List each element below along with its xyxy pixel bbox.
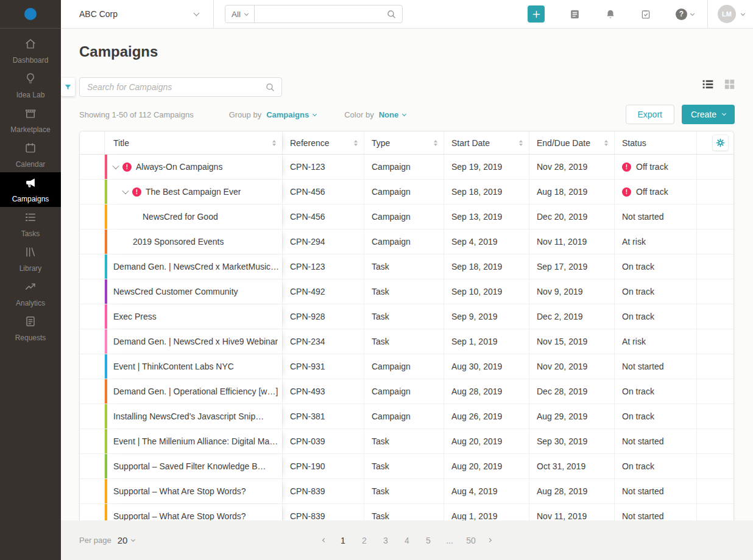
row-reference: CPN-839 [282, 504, 364, 520]
table-row[interactable]: 2019 Sponsored Events CPN-294 Campaign S… [80, 229, 734, 254]
sidebar-item-campaigns[interactable]: Campaigns [0, 172, 61, 207]
create-plus-button[interactable] [528, 5, 545, 23]
collapse-chevron-icon[interactable] [112, 163, 119, 169]
chevron-down-icon [722, 111, 726, 116]
calendar-icon [24, 141, 37, 156]
table-row[interactable]: Supportal – What Are Stop Words? CPN-839… [80, 504, 734, 520]
row-title: Demand Gen. | NewsCred x MarketMusic… [113, 262, 279, 271]
table-row[interactable]: Demand Gen. | Operational Efficiency [w…… [80, 379, 734, 404]
sidebar-item-label: Requests [15, 334, 46, 342]
table-row[interactable]: Supportal – What Are Stop Words? CPN-839… [80, 479, 734, 504]
org-selector[interactable]: ABC Corp [79, 9, 199, 19]
sidebar-item-analytics[interactable]: Analytics [0, 276, 61, 311]
table-row[interactable]: Exec Press CPN-928 Task Sep 9, 2019 Dec … [80, 304, 734, 329]
column-settings-button[interactable] [712, 135, 729, 151]
page-button[interactable]: 2 [358, 533, 371, 548]
chevron-down-icon [194, 10, 200, 16]
per-page-label: Per page [79, 536, 111, 545]
column-header-type[interactable]: Type [364, 131, 444, 154]
table-row[interactable]: Demand Gen. | NewsCred x MarketMusic… CP… [80, 254, 734, 279]
sidebar-item-dashboard[interactable]: Dashboard [0, 33, 61, 68]
column-header-title[interactable]: Title [107, 131, 282, 154]
create-button[interactable]: Create [682, 105, 735, 124]
per-page-select[interactable]: 20 [118, 535, 135, 545]
list-view-button[interactable] [702, 79, 714, 89]
sidebar-item-library[interactable]: Library [0, 242, 61, 276]
user-menu[interactable]: LM [718, 5, 744, 23]
page-button[interactable]: 4 [400, 533, 414, 548]
search-icon [386, 9, 397, 19]
grid-view-button[interactable] [724, 79, 735, 89]
page-button[interactable]: 5 [422, 533, 435, 548]
checklist-icon [24, 211, 37, 226]
sort-arrows-icon [272, 140, 276, 146]
table-row[interactable]: Always-On Campaigns CPN-123 Campaign Sep… [80, 155, 734, 180]
row-reference: CPN-839 [282, 479, 364, 503]
table-row[interactable]: NewsCred Customer Community CPN-492 Task… [80, 279, 734, 304]
column-header-end[interactable]: End/Due Date [529, 131, 614, 154]
row-type: Campaign [364, 404, 444, 429]
row-title: Supportal – What Are Stop Words? [113, 511, 246, 520]
row-type: Task [364, 279, 444, 304]
search-scope-select[interactable]: All [225, 5, 255, 23]
group-by-label: Group by [229, 110, 261, 119]
table-row[interactable]: Demand Gen. | NewsCred x Hive9 Webinar C… [80, 329, 734, 354]
row-title: Always-On Campaigns [136, 162, 222, 172]
row-start-date: Aug 1, 2019 [444, 504, 529, 520]
column-header-start[interactable]: Start Date [444, 131, 529, 154]
row-end-date: Sep 17, 2019 [529, 254, 614, 279]
table-row[interactable]: Supportal – Saved Filter Knowledge B… CP… [80, 454, 734, 479]
column-header-ref[interactable]: Reference [282, 131, 364, 154]
sidebar-item-calendar[interactable]: Calendar [0, 138, 61, 172]
row-type: Task [364, 479, 444, 503]
app-logo[interactable] [0, 0, 61, 29]
color-by-select[interactable]: None [379, 110, 406, 119]
previous-page-button[interactable] [320, 539, 328, 542]
row-end-date: Aug 28, 2019 [529, 479, 614, 503]
row-type: Task [364, 454, 444, 478]
column-header-label: Start Date [451, 138, 490, 148]
global-search-input[interactable] [255, 5, 386, 23]
filter-button[interactable] [61, 78, 75, 96]
page-button[interactable]: ... [443, 533, 456, 548]
column-header-status[interactable]: Status [614, 131, 696, 154]
topbar-actions: ? LM [528, 0, 744, 29]
notifications-button[interactable] [605, 9, 616, 20]
app-window: Dashboard Idea Lab Marketplace Calendar … [0, 0, 753, 560]
table-row[interactable]: NewsCred for Good CPN-456 Campaign Sep 1… [80, 205, 734, 229]
help-menu-button[interactable]: ? [676, 9, 694, 20]
group-by-select[interactable]: Campaigns [266, 110, 316, 119]
sidebar-item-idea-lab[interactable]: Idea Lab [0, 68, 61, 103]
table-body: Always-On Campaigns CPN-123 Campaign Sep… [80, 155, 734, 520]
page-button[interactable]: 1 [336, 533, 350, 548]
row-status: Not started [622, 362, 663, 371]
sidebar-item-tasks[interactable]: Tasks [0, 207, 61, 242]
row-type: Task [364, 504, 444, 520]
table-row[interactable]: Event | The Millenium Alliance: Digital … [80, 429, 734, 454]
campaign-search-input[interactable] [80, 78, 265, 96]
sidebar-item-requests[interactable]: Requests [0, 311, 61, 346]
column-header-label: Title [113, 138, 129, 148]
next-page-button[interactable] [486, 539, 493, 542]
divider [707, 0, 708, 29]
sidebar-item-marketplace[interactable]: Marketplace [0, 103, 61, 138]
release-notes-button[interactable] [569, 9, 581, 20]
row-start-date: Aug 20, 2019 [444, 454, 529, 478]
row-title: NewsCred Customer Community [113, 287, 238, 296]
table-row[interactable]: Event | ThinkContent Labs NYC CPN-931 Ca… [80, 354, 734, 379]
row-status: On track [622, 287, 654, 296]
chevron-right-icon [487, 538, 492, 542]
collapse-chevron-icon[interactable] [122, 187, 129, 194]
sort-arrows-icon [604, 140, 608, 146]
page-button[interactable]: 3 [379, 533, 392, 548]
row-end-date: Nov 28, 2019 [529, 155, 614, 179]
org-name: ABC Corp [79, 9, 118, 19]
row-end-date: Aug 18, 2019 [529, 180, 614, 204]
row-start-date: Sep 19, 2019 [444, 155, 529, 179]
table-row[interactable]: The Best Campaign Ever CPN-456 Campaign … [80, 180, 734, 205]
tasks-clipboard-button[interactable] [640, 9, 651, 20]
page-button[interactable]: 50 [464, 533, 478, 548]
row-end-date: Nov 11, 2019 [529, 229, 614, 254]
export-button[interactable]: Export [626, 105, 674, 124]
table-row[interactable]: Installing NewsCred’s Javascript Snip… C… [80, 404, 734, 429]
